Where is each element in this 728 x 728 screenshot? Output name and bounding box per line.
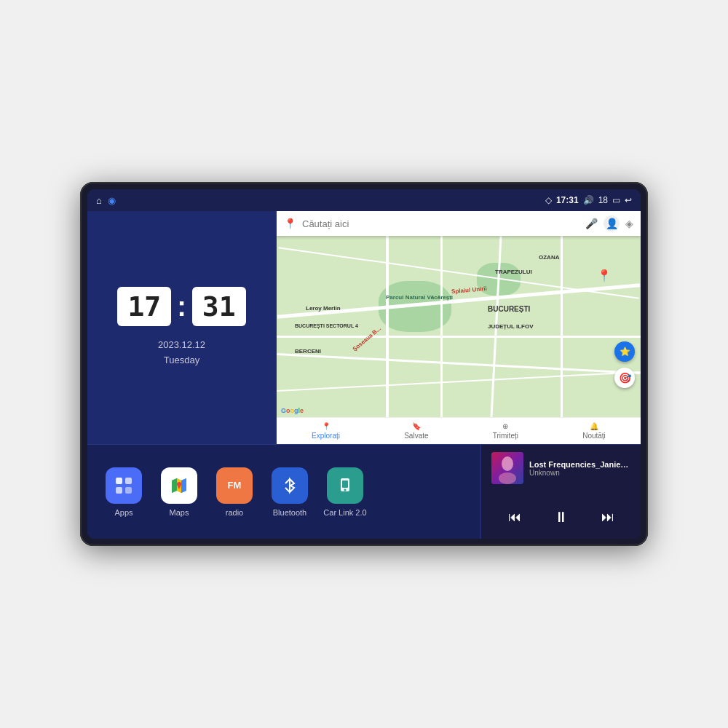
road-v3: [440, 236, 443, 417]
apps-label: Apps: [114, 508, 132, 517]
album-art-image: [491, 452, 523, 484]
soseaua-label: Șoseaua B...: [352, 325, 382, 352]
svg-marker-5: [172, 478, 177, 493]
home-icon[interactable]: ⌂: [96, 195, 102, 206]
map-search-input[interactable]: [302, 218, 579, 229]
park-label: Parcul Natural Văcărești: [386, 294, 453, 301]
news-icon: 🔔: [590, 422, 598, 430]
clock-minute: 31: [192, 287, 246, 326]
bucharest-label: BUCUREȘTI: [488, 305, 530, 313]
map-pin-icon: 📍: [284, 218, 296, 229]
map-bottom-nav: 📍 Explorați 🔖 Salvate ⊕ Trimiteți 🔔: [277, 417, 641, 444]
map-widget: 📍 🎤 👤 ◈: [277, 211, 641, 444]
apps-icon: [106, 467, 142, 504]
layers-icon[interactable]: ◈: [625, 218, 633, 229]
map-nav-explore[interactable]: 📍 Explorați: [312, 422, 340, 440]
music-title: Lost Frequencies_Janieck Devy-...: [529, 460, 631, 469]
svg-rect-2: [116, 487, 122, 494]
carlink-icon: [327, 467, 363, 504]
sector4-label: BUCUREȘTI SECTORUL 4: [295, 323, 358, 328]
berceni-label: BERCENI: [295, 348, 321, 355]
send-label: Trimiteți: [493, 432, 518, 440]
mic-icon[interactable]: 🎤: [585, 218, 598, 229]
svg-point-15: [499, 472, 516, 484]
signal-icon: ◇: [545, 195, 552, 205]
play-pause-button[interactable]: ⏸: [548, 506, 574, 529]
account-icon[interactable]: 👤: [604, 215, 620, 232]
map-nav-saved[interactable]: 🔖 Salvate: [404, 422, 428, 440]
clock-colon: :: [177, 293, 186, 320]
map-area[interactable]: Parcul Natural Văcărești BUCUREȘTI JUDEȚ…: [277, 236, 641, 417]
music-artist: Unknown: [529, 469, 631, 477]
main-content: 17 : 31 2023.12.12 Tuesday 📍 🎤: [87, 211, 641, 539]
svg-rect-1: [125, 478, 132, 484]
app-icon-carlink[interactable]: Car Link 2.0: [323, 467, 367, 517]
compass-button[interactable]: ⭐: [614, 341, 635, 362]
volume-level: 18: [598, 195, 608, 205]
splaiul-label: Splaiul Unirii: [451, 285, 488, 295]
svg-rect-3: [125, 487, 132, 494]
map-nav-news[interactable]: 🔔 Noutăți: [582, 422, 606, 440]
next-button[interactable]: ⏭: [596, 507, 620, 528]
music-controls: ⏮ ⏸ ⏭: [491, 503, 630, 531]
location-button[interactable]: 🎯: [614, 368, 635, 388]
svg-point-12: [344, 488, 347, 491]
saved-icon: 🔖: [412, 422, 421, 430]
google-logo: Google: [281, 407, 304, 414]
time-display: 17:31: [556, 195, 579, 205]
radio-icon: FM: [216, 467, 253, 504]
carlink-label: Car Link 2.0: [323, 508, 366, 517]
device-screen: ⌂ ◉ ◇ 17:31 🔊 18 ▭ ↩ 17 :: [87, 189, 641, 539]
road-v4: [561, 236, 563, 417]
svg-rect-0: [116, 478, 122, 484]
clock-day-text: Tuesday: [158, 353, 205, 368]
radio-label: radio: [226, 508, 243, 517]
ilfov-label: JUDEȚUL ILFOV: [488, 323, 534, 330]
explore-icon: 📍: [322, 422, 331, 430]
svg-marker-7: [181, 478, 186, 493]
map-nav-send[interactable]: ⊕ Trimiteți: [493, 422, 518, 440]
clock-display: 17 : 31: [117, 287, 245, 326]
svg-point-14: [502, 456, 513, 471]
back-icon[interactable]: ↩: [625, 195, 632, 205]
bluetooth-label: Bluetooth: [273, 508, 306, 517]
app-icons-row: Apps Ma: [87, 445, 480, 539]
bottom-section: Apps Ma: [87, 444, 641, 539]
road-h2: [277, 336, 641, 338]
explore-label: Explorați: [312, 432, 340, 440]
clock-hour: 17: [117, 287, 171, 326]
prev-button[interactable]: ⏮: [502, 507, 527, 528]
road-diag2: [277, 371, 640, 392]
clock-date-text: 2023.12.12: [158, 338, 205, 353]
clock-widget: 17 : 31 2023.12.12 Tuesday: [87, 211, 277, 444]
top-section: 17 : 31 2023.12.12 Tuesday 📍 🎤: [87, 211, 641, 444]
send-icon: ⊕: [502, 422, 508, 430]
maps-status-icon[interactable]: ◉: [108, 195, 116, 206]
svg-rect-11: [342, 480, 348, 488]
music-player: Lost Frequencies_Janieck Devy-... Unknow…: [480, 445, 641, 539]
app-icon-maps[interactable]: Maps: [157, 467, 201, 517]
maps-icon: [161, 467, 197, 504]
bluetooth-icon: [272, 467, 308, 504]
leroy-label: Leroy Merlin: [306, 305, 341, 312]
app-icon-radio[interactable]: FM radio: [213, 467, 256, 517]
status-bar: ⌂ ◉ ◇ 17:31 🔊 18 ▭ ↩: [87, 189, 641, 211]
ozana-label: OZANA: [539, 254, 559, 261]
battery-icon: ▭: [612, 195, 620, 205]
map-background: Parcul Natural Văcărești BUCUREȘTI JUDEȚ…: [277, 236, 641, 417]
app-icon-apps[interactable]: Apps: [102, 467, 146, 517]
status-left: ⌂ ◉: [96, 195, 116, 206]
map-search-bar: 📍 🎤 👤 ◈: [277, 211, 641, 236]
trapezului-label: TRAPEZULUI: [495, 269, 532, 275]
volume-icon: 🔊: [583, 195, 594, 205]
app-icon-bluetooth[interactable]: Bluetooth: [268, 467, 312, 517]
status-right: ◇ 17:31 🔊 18 ▭ ↩: [545, 195, 632, 205]
music-text-info: Lost Frequencies_Janieck Devy-... Unknow…: [529, 460, 631, 477]
music-album-art: [491, 452, 523, 484]
saved-label: Salvate: [404, 432, 428, 440]
maps-label: Maps: [170, 508, 189, 517]
destination-pin: 📍: [597, 269, 612, 282]
clock-date: 2023.12.12 Tuesday: [158, 338, 205, 368]
news-label: Noutăți: [582, 432, 606, 440]
road-h3: [277, 353, 640, 374]
